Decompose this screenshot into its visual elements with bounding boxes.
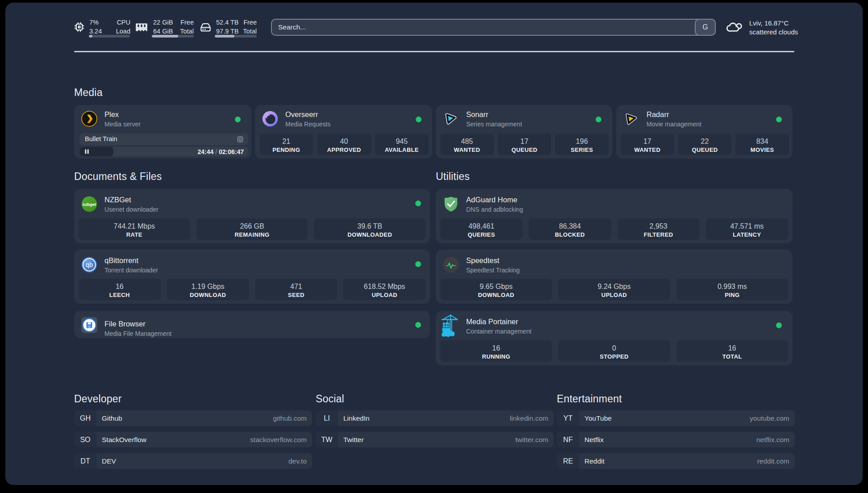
svg-text:nzbget: nzbget <box>83 202 96 207</box>
svg-text:qb: qb <box>86 261 93 268</box>
